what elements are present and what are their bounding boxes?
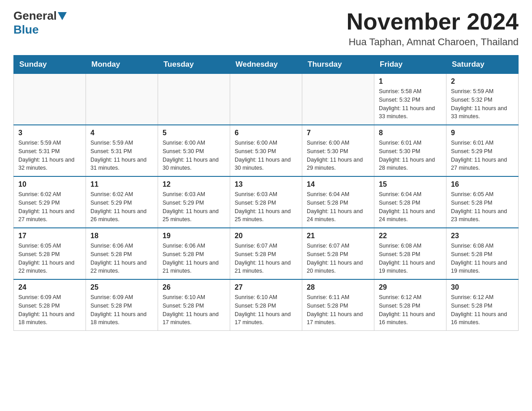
calendar-cell: 5Sunrise: 6:00 AMSunset: 5:30 PMDaylight… <box>158 125 230 176</box>
day-number: 29 <box>379 283 442 291</box>
day-number: 26 <box>163 283 225 291</box>
calendar-cell <box>14 74 86 125</box>
calendar-cell: 21Sunrise: 6:07 AMSunset: 5:28 PMDayligh… <box>302 228 374 279</box>
calendar-cell: 11Sunrise: 6:02 AMSunset: 5:29 PMDayligh… <box>86 176 158 228</box>
day-number: 5 <box>163 129 225 137</box>
day-info: Sunrise: 6:03 AMSunset: 5:28 PMDaylight:… <box>235 190 297 224</box>
day-info: Sunrise: 5:59 AMSunset: 5:32 PMDaylight:… <box>451 87 514 121</box>
calendar-cell: 9Sunrise: 6:01 AMSunset: 5:29 PMDaylight… <box>446 125 519 176</box>
column-header-thursday: Thursday <box>302 56 374 74</box>
calendar-week-row: 3Sunrise: 5:59 AMSunset: 5:31 PMDaylight… <box>14 125 519 176</box>
calendar-cell: 25Sunrise: 6:09 AMSunset: 5:28 PMDayligh… <box>86 279 158 331</box>
calendar-header-row: SundayMondayTuesdayWednesdayThursdayFrid… <box>14 56 519 74</box>
calendar-cell: 19Sunrise: 6:06 AMSunset: 5:28 PMDayligh… <box>158 228 230 279</box>
calendar-week-row: 1Sunrise: 5:58 AMSunset: 5:32 PMDaylight… <box>14 74 519 125</box>
day-info: Sunrise: 6:04 AMSunset: 5:28 PMDaylight:… <box>307 190 369 224</box>
day-info: Sunrise: 6:01 AMSunset: 5:30 PMDaylight:… <box>379 139 442 172</box>
title-area: November 2024 Hua Taphan, Amnat Charoen,… <box>347 9 519 48</box>
calendar-cell: 10Sunrise: 6:02 AMSunset: 5:29 PMDayligh… <box>14 176 86 228</box>
day-number: 21 <box>307 232 369 240</box>
day-number: 16 <box>451 180 514 188</box>
logo-general-text: General <box>13 9 57 23</box>
calendar-cell: 27Sunrise: 6:10 AMSunset: 5:28 PMDayligh… <box>230 279 302 331</box>
column-header-monday: Monday <box>86 56 158 74</box>
day-info: Sunrise: 6:08 AMSunset: 5:28 PMDaylight:… <box>379 242 442 275</box>
calendar-cell: 3Sunrise: 5:59 AMSunset: 5:31 PMDaylight… <box>14 125 86 176</box>
day-info: Sunrise: 6:06 AMSunset: 5:28 PMDaylight:… <box>163 242 225 275</box>
day-number: 30 <box>451 283 514 291</box>
day-number: 24 <box>18 283 81 291</box>
month-title: November 2024 <box>347 9 519 34</box>
calendar-cell: 6Sunrise: 6:00 AMSunset: 5:30 PMDaylight… <box>230 125 302 176</box>
calendar-week-row: 10Sunrise: 6:02 AMSunset: 5:29 PMDayligh… <box>14 176 519 228</box>
day-info: Sunrise: 5:58 AMSunset: 5:32 PMDaylight:… <box>379 87 442 121</box>
day-number: 7 <box>307 129 369 137</box>
day-number: 27 <box>235 283 297 291</box>
column-header-sunday: Sunday <box>14 56 86 74</box>
calendar-table: SundayMondayTuesdayWednesdayThursdayFrid… <box>13 55 519 331</box>
calendar-cell: 7Sunrise: 6:00 AMSunset: 5:30 PMDaylight… <box>302 125 374 176</box>
day-info: Sunrise: 6:04 AMSunset: 5:28 PMDaylight:… <box>379 190 442 224</box>
day-number: 9 <box>451 129 514 137</box>
day-info: Sunrise: 6:02 AMSunset: 5:29 PMDaylight:… <box>18 190 81 224</box>
day-number: 10 <box>18 180 81 188</box>
day-number: 18 <box>90 232 153 240</box>
calendar-week-row: 24Sunrise: 6:09 AMSunset: 5:28 PMDayligh… <box>14 279 519 331</box>
day-info: Sunrise: 6:09 AMSunset: 5:28 PMDaylight:… <box>18 293 81 327</box>
calendar-cell: 23Sunrise: 6:08 AMSunset: 5:28 PMDayligh… <box>446 228 519 279</box>
calendar-week-row: 17Sunrise: 6:05 AMSunset: 5:28 PMDayligh… <box>14 228 519 279</box>
day-number: 11 <box>90 180 153 188</box>
day-info: Sunrise: 6:12 AMSunset: 5:28 PMDaylight:… <box>451 293 514 327</box>
day-info: Sunrise: 6:00 AMSunset: 5:30 PMDaylight:… <box>235 139 297 172</box>
calendar-cell: 30Sunrise: 6:12 AMSunset: 5:28 PMDayligh… <box>446 279 519 331</box>
day-number: 3 <box>18 129 81 137</box>
day-info: Sunrise: 6:07 AMSunset: 5:28 PMDaylight:… <box>235 242 297 275</box>
day-info: Sunrise: 6:10 AMSunset: 5:28 PMDaylight:… <box>235 293 297 327</box>
column-header-saturday: Saturday <box>446 56 519 74</box>
day-number: 17 <box>18 232 81 240</box>
day-number: 14 <box>307 180 369 188</box>
day-info: Sunrise: 6:05 AMSunset: 5:28 PMDaylight:… <box>451 190 514 224</box>
calendar-cell: 28Sunrise: 6:11 AMSunset: 5:28 PMDayligh… <box>302 279 374 331</box>
calendar-cell: 17Sunrise: 6:05 AMSunset: 5:28 PMDayligh… <box>14 228 86 279</box>
day-info: Sunrise: 5:59 AMSunset: 5:31 PMDaylight:… <box>18 139 81 172</box>
calendar-cell: 18Sunrise: 6:06 AMSunset: 5:28 PMDayligh… <box>86 228 158 279</box>
calendar-cell: 1Sunrise: 5:58 AMSunset: 5:32 PMDaylight… <box>374 74 446 125</box>
day-number: 12 <box>163 180 225 188</box>
day-info: Sunrise: 6:11 AMSunset: 5:28 PMDaylight:… <box>307 293 369 327</box>
day-number: 6 <box>235 129 297 137</box>
day-number: 4 <box>90 129 153 137</box>
calendar-cell: 15Sunrise: 6:04 AMSunset: 5:28 PMDayligh… <box>374 176 446 228</box>
day-info: Sunrise: 5:59 AMSunset: 5:31 PMDaylight:… <box>90 139 153 172</box>
day-number: 1 <box>379 77 442 86</box>
calendar-cell: 4Sunrise: 5:59 AMSunset: 5:31 PMDaylight… <box>86 125 158 176</box>
day-info: Sunrise: 6:12 AMSunset: 5:28 PMDaylight:… <box>379 293 442 327</box>
column-header-friday: Friday <box>374 56 446 74</box>
calendar-cell <box>230 74 302 125</box>
column-header-tuesday: Tuesday <box>158 56 230 74</box>
calendar-cell: 13Sunrise: 6:03 AMSunset: 5:28 PMDayligh… <box>230 176 302 228</box>
calendar-cell: 14Sunrise: 6:04 AMSunset: 5:28 PMDayligh… <box>302 176 374 228</box>
calendar-cell: 22Sunrise: 6:08 AMSunset: 5:28 PMDayligh… <box>374 228 446 279</box>
logo-blue-text: Blue <box>13 23 39 36</box>
day-number: 25 <box>90 283 153 291</box>
calendar-cell: 20Sunrise: 6:07 AMSunset: 5:28 PMDayligh… <box>230 228 302 279</box>
calendar-cell: 2Sunrise: 5:59 AMSunset: 5:32 PMDaylight… <box>446 74 519 125</box>
logo: General Blue <box>13 9 68 37</box>
day-info: Sunrise: 6:10 AMSunset: 5:28 PMDaylight:… <box>163 293 225 327</box>
location-title: Hua Taphan, Amnat Charoen, Thailand <box>347 36 519 48</box>
day-number: 13 <box>235 180 297 188</box>
day-info: Sunrise: 6:05 AMSunset: 5:28 PMDaylight:… <box>18 242 81 275</box>
day-number: 8 <box>379 129 442 137</box>
day-number: 19 <box>163 232 225 240</box>
day-info: Sunrise: 6:01 AMSunset: 5:29 PMDaylight:… <box>451 139 514 172</box>
day-info: Sunrise: 6:07 AMSunset: 5:28 PMDaylight:… <box>307 242 369 275</box>
day-info: Sunrise: 6:00 AMSunset: 5:30 PMDaylight:… <box>163 139 225 172</box>
column-header-wednesday: Wednesday <box>230 56 302 74</box>
day-number: 2 <box>451 77 514 86</box>
day-number: 20 <box>235 232 297 240</box>
day-info: Sunrise: 6:02 AMSunset: 5:29 PMDaylight:… <box>90 190 153 224</box>
calendar-cell: 24Sunrise: 6:09 AMSunset: 5:28 PMDayligh… <box>14 279 86 331</box>
day-info: Sunrise: 6:08 AMSunset: 5:28 PMDaylight:… <box>451 242 514 275</box>
day-number: 23 <box>451 232 514 240</box>
